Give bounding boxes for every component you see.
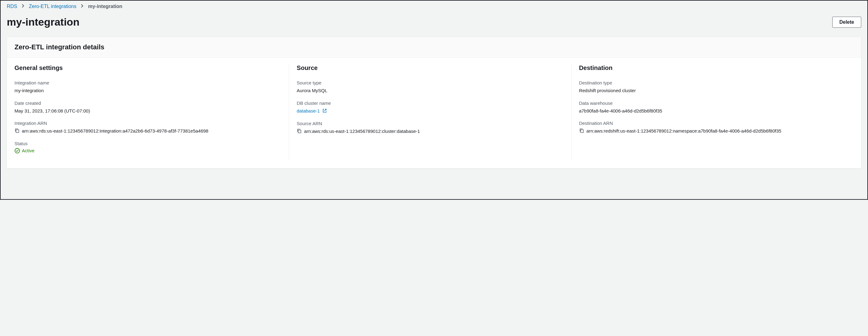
data-warehouse-label: Data warehouse xyxy=(579,101,846,106)
db-cluster-link[interactable]: database-1 xyxy=(297,108,327,113)
destination-arn-value: arn:aws:redshift:us-east-1:123456789012:… xyxy=(586,128,781,135)
svg-rect-3 xyxy=(581,130,583,133)
breadcrumb-root[interactable]: RDS xyxy=(7,4,17,9)
external-link-icon xyxy=(322,109,327,114)
destination-type-label: Destination type xyxy=(579,80,846,85)
svg-point-1 xyxy=(15,148,20,153)
breadcrumb-integrations[interactable]: Zero-ETL integrations xyxy=(29,4,76,9)
breadcrumb-current: my-integration xyxy=(88,4,122,9)
source-section-title: Source xyxy=(297,64,564,72)
destination-section-title: Destination xyxy=(579,64,846,72)
copy-icon[interactable] xyxy=(579,128,584,133)
svg-rect-0 xyxy=(16,130,19,133)
integration-arn-label: Integration ARN xyxy=(14,120,282,126)
page-title: my-integration xyxy=(7,16,80,28)
copy-icon[interactable] xyxy=(297,129,302,134)
source-column: Source Source type Aurora MySQL DB clust… xyxy=(289,64,571,160)
general-section-title: General settings xyxy=(14,64,282,72)
integration-name-label: Integration name xyxy=(14,80,282,85)
card-title: Zero-ETL integration details xyxy=(14,43,854,51)
chevron-right-icon xyxy=(81,4,84,9)
general-column: General settings Integration name my-int… xyxy=(14,64,289,160)
source-type-label: Source type xyxy=(297,80,564,85)
source-arn-value: arn:aws:rds:us-east-1:123456789012:clust… xyxy=(304,128,420,135)
source-arn-label: Source ARN xyxy=(297,121,564,126)
copy-icon[interactable] xyxy=(14,128,20,133)
details-card: Zero-ETL integration details General set… xyxy=(7,37,861,169)
data-warehouse-value: a7b90fa8-fa4e-4006-a46d-d2d5b6f80f35 xyxy=(579,108,846,115)
date-created-value: May 31, 2023, 17:06:08 (UTC-07:00) xyxy=(14,108,282,115)
db-cluster-value: database-1 xyxy=(297,108,320,113)
delete-button[interactable]: Delete xyxy=(832,17,861,28)
status-value: Active xyxy=(22,148,34,153)
destination-arn-label: Destination ARN xyxy=(579,120,846,126)
integration-arn-value: arn:aws:rds:us-east-1:123456789012:integ… xyxy=(22,128,208,135)
status-label: Status xyxy=(14,141,282,146)
db-cluster-label: DB cluster name xyxy=(297,101,564,106)
integration-name-value: my-integration xyxy=(14,87,282,94)
source-type-value: Aurora MySQL xyxy=(297,87,564,94)
date-created-label: Date created xyxy=(14,101,282,106)
destination-column: Destination Destination type Redshift pr… xyxy=(571,64,854,160)
svg-rect-2 xyxy=(298,130,301,133)
destination-type-value: Redshift provisioned cluster xyxy=(579,87,846,94)
status-success-icon xyxy=(14,148,20,153)
breadcrumb: RDS Zero-ETL integrations my-integration xyxy=(1,1,867,11)
chevron-right-icon xyxy=(22,4,25,9)
